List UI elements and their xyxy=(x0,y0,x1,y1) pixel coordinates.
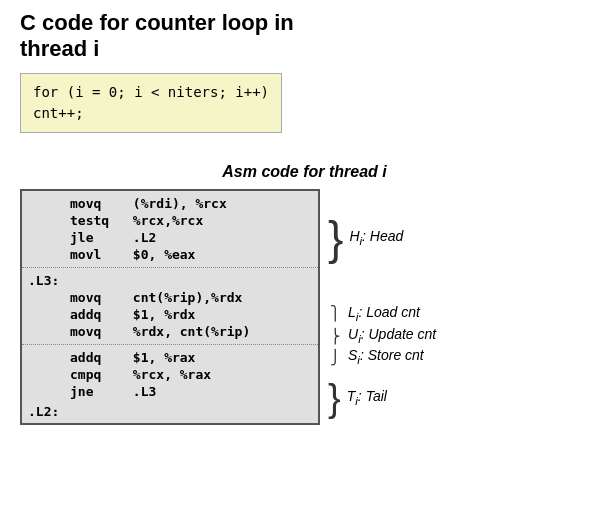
store-annotation: ⎭ Si: Store cnt xyxy=(328,347,436,366)
asm-label-row: .L3: xyxy=(22,272,318,289)
tail-label: Ti: Tail xyxy=(347,388,387,407)
asm-section: Asm code for thread i movq (%rdi), %rcx … xyxy=(20,163,589,425)
page-title: C code for counter loop in thread i xyxy=(20,10,589,63)
update-brace-mid: ⎬ xyxy=(328,328,342,344)
asm-lus-block: .L3: movq cnt(%rip),%rdx addq $1, %rdx xyxy=(22,268,318,345)
head-annotation: } Hi: Head xyxy=(328,215,436,261)
asm-row: movq (%rdi), %rcx xyxy=(22,195,318,212)
c-code-line1: for (i = 0; i < niters; i++) xyxy=(33,82,269,103)
asm-row: jne .L3 xyxy=(22,383,318,400)
tail-annotation: } Ti: Tail xyxy=(328,379,436,417)
asm-title: Asm code for thread i xyxy=(20,163,589,181)
lus-annotations: ⎫ Li: Load cnt ⎬ Ui: Update cnt ⎭ Si: St… xyxy=(328,304,436,366)
asm-row: jle .L2 xyxy=(22,229,318,246)
head-label: Hi: Head xyxy=(349,228,403,247)
head-brace: } xyxy=(328,215,343,261)
asm-tail-block: addq $1, %rax cmpq %rcx, %rax jne .L3 xyxy=(22,345,318,402)
asm-row: addq $1, %rax xyxy=(22,349,318,366)
update-label: Ui: Update cnt xyxy=(348,326,436,345)
asm-annotations: } Hi: Head ⎫ Li: Load cnt ⎬ Ui: Update c… xyxy=(328,189,436,425)
c-code-block: for (i = 0; i < niters; i++) cnt++; xyxy=(20,73,282,133)
store-label: Si: Store cnt xyxy=(348,347,424,366)
asm-head-block: movq (%rdi), %rcx testq %rcx,%rcx jle .L… xyxy=(22,191,318,268)
asm-l2-label: .L2: xyxy=(22,402,318,423)
update-annotation: ⎬ Ui: Update cnt xyxy=(328,326,436,345)
tail-brace: } xyxy=(328,379,341,417)
load-brace-top: ⎫ xyxy=(328,305,342,321)
asm-row: cmpq %rcx, %rax xyxy=(22,366,318,383)
asm-row: movq cnt(%rip),%rdx xyxy=(22,289,318,306)
load-label: Li: Load cnt xyxy=(348,304,420,323)
asm-row: movq %rdx, cnt(%rip) xyxy=(22,323,318,340)
asm-row: movl $0, %eax xyxy=(22,246,318,263)
asm-row: testq %rcx,%rcx xyxy=(22,212,318,229)
asm-outer: movq (%rdi), %rcx testq %rcx,%rcx jle .L… xyxy=(20,189,589,425)
asm-row: addq $1, %rdx xyxy=(22,306,318,323)
load-annotation: ⎫ Li: Load cnt xyxy=(328,304,436,323)
c-code-line2: cnt++; xyxy=(33,103,269,124)
asm-table: movq (%rdi), %rcx testq %rcx,%rcx jle .L… xyxy=(20,189,320,425)
store-brace-bot: ⎭ xyxy=(328,349,342,365)
